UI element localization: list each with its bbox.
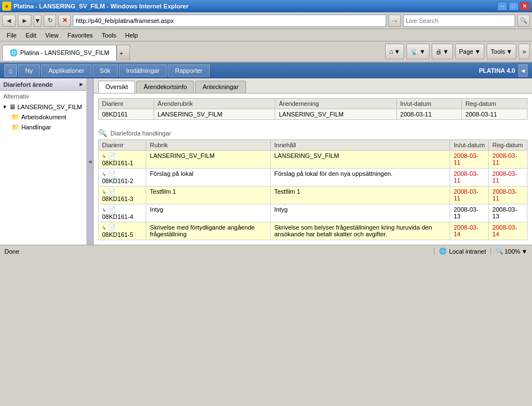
page-menu-button[interactable]: Page ▼: [455, 44, 485, 59]
forward-button[interactable]: ►: [18, 15, 31, 27]
print-button[interactable]: 🖨 ▼: [432, 44, 453, 59]
table-row[interactable]: ↳ 📄 08KD161-3 Testfilm 1 Testfilm 1 2008…: [99, 186, 528, 204]
tree-item-arbetsdokument[interactable]: 📁 Arbetsdokument: [2, 112, 84, 122]
tools-menu-button[interactable]: Tools ▼: [487, 44, 516, 59]
restore-button[interactable]: □: [508, 2, 519, 11]
folder-icon-arbetsdokument: 📁: [11, 113, 20, 121]
cell-rubrik: Skrivelse med förtydligande angående frå…: [146, 222, 271, 240]
hcol-inutdatum: In/ut-datum: [450, 140, 489, 151]
cell-innehall: Skrivelse som belyser frågeställningen k…: [271, 222, 450, 240]
sidebar-expand-icon[interactable]: ▸: [80, 81, 83, 88]
link-icon: ↳: [102, 171, 107, 177]
sidebar: Diariefort ärende ▸ Alternativ ▼ 🖥 LANSE…: [0, 78, 87, 245]
cell-arendemening: LANSERING_SV_FILM: [275, 109, 396, 120]
content-area: Översikt Ärendekortsinfo Anteckningar Di…: [94, 78, 532, 245]
globe-icon: 🌐: [439, 248, 447, 255]
menu-bar: File Edit View Favorites Tools Help: [0, 29, 532, 41]
stop-button[interactable]: ✕: [58, 15, 71, 27]
cell-inutdatum: 2008-03-11: [450, 186, 489, 204]
table-row[interactable]: ↳ 📄 08KD161-1 LANSERING_SV_FILM LANSERIN…: [99, 151, 528, 169]
cell-innehall: LANSERING_SV_FILM: [271, 151, 450, 169]
zoom-dropdown-icon: ▼: [521, 248, 528, 255]
feeds-icon: 📡: [410, 48, 418, 55]
go-button[interactable]: →: [388, 15, 401, 27]
cell-rubrik: LANSERING_SV_FILM: [146, 151, 271, 169]
tools-label: Tools: [491, 48, 505, 55]
overview-table: Diarienr Ärenderubrik Ärendemening In/ut…: [98, 98, 528, 120]
platina-nav-sok[interactable]: Sök: [92, 64, 118, 77]
extras-icon: »: [522, 48, 526, 55]
doc-icon: 📄: [108, 224, 116, 231]
tab-anteckningar[interactable]: Anteckningar: [195, 81, 246, 93]
print-icon: 🖨: [436, 48, 442, 55]
sidebar-collapse-handle[interactable]: ◄: [87, 78, 94, 245]
address-input[interactable]: [73, 15, 386, 27]
platina-collapse-button[interactable]: ◄: [519, 64, 528, 77]
link-icon: ↳: [102, 225, 107, 231]
platina-home-button[interactable]: ⌂: [4, 64, 17, 77]
home-toolbar-button[interactable]: ⌂ ▼: [385, 44, 404, 59]
doc-icon: 📄: [108, 170, 116, 177]
feeds-dropdown: ▼: [419, 48, 425, 55]
cell-rubrik: Förslag på lokal: [146, 169, 271, 186]
col-inutdatum: In/ut-datum: [396, 99, 462, 109]
table-row[interactable]: 08KD161 LANSERING_SV_FILM LANSERING_SV_F…: [99, 109, 528, 120]
nav-dropdown-button[interactable]: ▼: [34, 15, 41, 27]
feeds-button[interactable]: 📡 ▼: [406, 44, 429, 59]
cell-regdatum: 2008-03-14: [489, 222, 528, 240]
menu-help[interactable]: Help: [121, 31, 142, 40]
cell-diarienr: ↳ 📄 08KD161-5: [99, 222, 146, 240]
ie-tab-icon: 🌐: [10, 49, 18, 57]
doc-icon: 📄: [108, 152, 116, 159]
hcol-rubrik: Rubrik: [146, 140, 271, 151]
ie-toolbar: 🌐 Platina - LANSERING_SV_FILM + ⌂ ▼ 📡 ▼ …: [0, 41, 532, 63]
hcol-diarienr: Diarienr: [99, 140, 146, 151]
minimize-button[interactable]: ─: [497, 2, 507, 11]
menu-view[interactable]: View: [41, 31, 63, 40]
table-row[interactable]: ↳ 📄 08KD161-2 Förslag på lokal Förslag p…: [99, 169, 528, 186]
extras-button[interactable]: »: [519, 44, 530, 59]
table-row[interactable]: ↳ 📄 08KD161-4 Intyg Intyg 2008-03-13 200…: [99, 204, 528, 222]
platina-nav-rapporter[interactable]: Rapporter: [168, 64, 210, 77]
search-go-button[interactable]: 🔍: [517, 15, 530, 27]
menu-favorites[interactable]: Favorites: [63, 31, 97, 40]
cell-regdatum: 2008-03-11: [462, 109, 528, 120]
tab-oversikt[interactable]: Översikt: [98, 81, 135, 93]
back-button[interactable]: ◄: [2, 15, 16, 27]
status-bar: Done 🌐 Local intranet 🔍 100% ▼: [0, 245, 532, 257]
hcol-innehall: Innehåll: [271, 140, 450, 151]
computer-icon: 🖥: [9, 103, 16, 111]
handlingar-title: Diarieförda handlingar: [110, 130, 171, 137]
menu-file[interactable]: File: [2, 31, 21, 40]
tree-item-handlingar[interactable]: 📁 Handlingar: [2, 122, 84, 132]
tree-item-root[interactable]: ▼ 🖥 LANSERING_SV_FILM: [2, 102, 84, 112]
menu-edit[interactable]: Edit: [21, 31, 41, 40]
table-row[interactable]: ↳ 📄 08KD161-5 Skrivelse med förtydligand…: [99, 222, 528, 240]
platina-nav-applikationer[interactable]: Applikationer: [41, 64, 91, 77]
platina-version: PLATINA 4.0: [479, 67, 515, 74]
overview-section: Diarienr Ärenderubrik Ärendemening In/ut…: [94, 94, 532, 124]
close-button[interactable]: ✕: [520, 2, 530, 11]
zoom-control[interactable]: 🔍 100% ▼: [491, 248, 528, 255]
platina-nav-installningar[interactable]: Inställningar: [119, 64, 166, 77]
link-icon: ↳: [102, 207, 107, 213]
tab-arendekortsinfo[interactable]: Ärendekortsinfo: [136, 81, 194, 93]
tree-handlingar-label: Handlingar: [21, 124, 51, 130]
ie-tab-platina[interactable]: 🌐 Platina - LANSERING_SV_FILM: [2, 45, 117, 60]
app-icon: e: [2, 2, 11, 11]
menu-tools[interactable]: Tools: [98, 31, 121, 40]
refresh-button[interactable]: ↻: [44, 15, 56, 27]
cell-inutdatum: 2008-03-11: [396, 109, 462, 120]
main-content: Diariefort ärende ▸ Alternativ ▼ 🖥 LANSE…: [0, 78, 532, 245]
page-label: Page: [459, 48, 474, 55]
handlingar-section: Diarienr Rubrik Innehåll In/ut-datum Reg…: [94, 139, 532, 245]
cell-innehall: Förslag på lokal för den nya uppsättning…: [271, 169, 450, 186]
sidebar-title: Diariefort ärende: [3, 81, 53, 88]
live-search-input[interactable]: [403, 15, 515, 27]
sidebar-header: Diariefort ärende ▸: [0, 78, 86, 91]
doc-icon: 📄: [108, 188, 116, 195]
platina-nav-ny[interactable]: Ny: [18, 64, 40, 77]
ie-tab-label: Platina - LANSERING_SV_FILM: [20, 49, 109, 56]
ie-new-tab[interactable]: +: [117, 45, 130, 60]
home-icon: ⌂: [389, 48, 393, 55]
